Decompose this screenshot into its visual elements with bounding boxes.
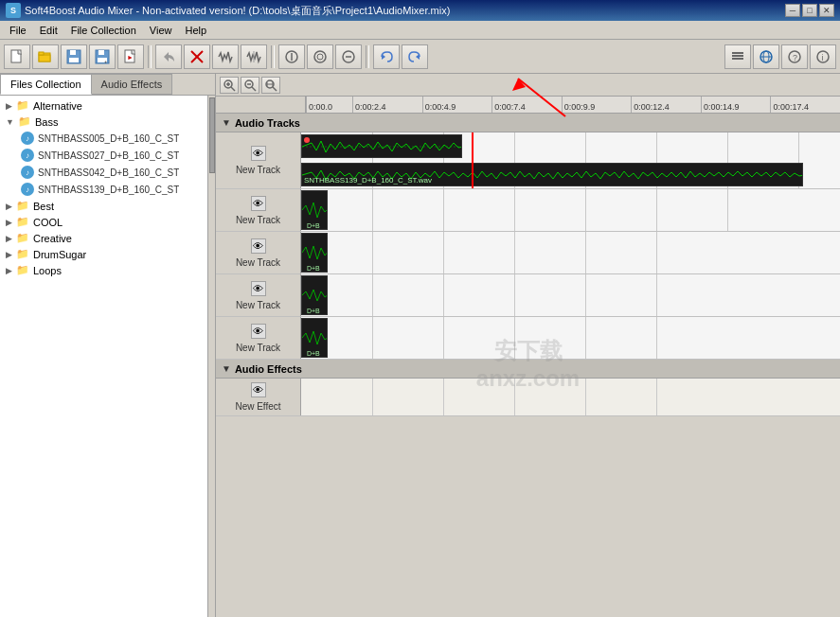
file-label: SNTHBASS005_D+B_160_C_ST bbox=[38, 133, 179, 144]
save-button[interactable] bbox=[61, 44, 87, 69]
audio-tracks-label: Audio Tracks bbox=[235, 117, 300, 129]
effect-content-1[interactable] bbox=[301, 379, 840, 415]
menu-file[interactable]: File bbox=[4, 24, 32, 37]
svg-marker-23 bbox=[416, 54, 420, 60]
track-name-5: New Track bbox=[236, 343, 280, 353]
svg-rect-25 bbox=[732, 58, 743, 60]
track-eye-2[interactable]: 👁 bbox=[251, 196, 266, 211]
effects-button[interactable] bbox=[307, 44, 333, 69]
timeline-toolbar bbox=[216, 74, 840, 97]
export-button[interactable]: ► bbox=[117, 44, 144, 69]
info-button[interactable]: i bbox=[810, 44, 836, 69]
ruler-time-5: 0:00:12.4 bbox=[631, 97, 701, 113]
svg-line-35 bbox=[231, 87, 235, 91]
track-content-3[interactable]: _D+B_ bbox=[301, 232, 840, 273]
normalize-button[interactable] bbox=[335, 44, 362, 69]
add-track-button[interactable] bbox=[278, 44, 305, 69]
folder-icon: 📁 bbox=[16, 99, 29, 112]
track-content-2[interactable]: _D+B_ bbox=[301, 189, 840, 231]
svg-rect-3 bbox=[39, 52, 44, 55]
main-toolbar: + ► ? i bbox=[0, 40, 840, 74]
close-button[interactable]: ✕ bbox=[819, 4, 834, 17]
undo-button[interactable] bbox=[373, 44, 400, 69]
delete-button[interactable] bbox=[184, 44, 210, 69]
tab-audio-effects[interactable]: Audio Effects bbox=[91, 74, 173, 95]
track-content-5[interactable]: _D+B_ bbox=[301, 317, 840, 359]
maximize-button[interactable]: □ bbox=[802, 4, 817, 17]
track-content-4[interactable]: _D+B_ bbox=[301, 274, 840, 316]
zoom-out-button[interactable] bbox=[241, 77, 259, 94]
folder-label: Alternative bbox=[33, 100, 82, 112]
menu-file-collection[interactable]: File Collection bbox=[65, 24, 142, 37]
zoom-fit-button[interactable] bbox=[261, 77, 280, 94]
effect-eye-1[interactable]: 👁 bbox=[251, 382, 266, 397]
file-audio-icon: ♪ bbox=[21, 183, 34, 196]
effect-row-1: 👁 New Effect bbox=[216, 379, 840, 416]
menu-view[interactable]: View bbox=[144, 24, 178, 37]
ruler-time-1: 0:00:2.4 bbox=[352, 97, 422, 113]
track-eye-4[interactable]: 👁 bbox=[251, 281, 266, 296]
tree-file-bass3[interactable]: ♪ SNTHBASS042_D+B_160_C_ST bbox=[2, 164, 206, 181]
ruler-time-4: 0:00:9.9 bbox=[562, 97, 632, 113]
svg-point-19 bbox=[317, 54, 323, 60]
track-name-4: New Track bbox=[236, 300, 280, 310]
window-controls: ─ □ ✕ bbox=[785, 4, 834, 17]
track-row-5: 👁 New Track _D+B_ bbox=[216, 317, 840, 360]
tree-folder-alternative[interactable]: ▶ 📁 Alternative bbox=[2, 97, 206, 114]
tree-folder-best[interactable]: ▶ 📁 Best bbox=[2, 198, 206, 214]
svg-rect-2 bbox=[39, 55, 50, 62]
redo-button[interactable] bbox=[402, 44, 428, 69]
wave2-button[interactable] bbox=[241, 44, 267, 69]
track-dot-red bbox=[304, 137, 310, 143]
cut-undo-button[interactable] bbox=[155, 44, 182, 69]
track-eye-1[interactable]: 👁 bbox=[251, 146, 266, 161]
app-icon: S bbox=[6, 3, 21, 18]
svg-rect-24 bbox=[732, 55, 743, 57]
wave-button[interactable] bbox=[212, 44, 239, 69]
folder-expand-icon: ▶ bbox=[6, 101, 12, 111]
tab-files-collection[interactable]: Files Collection bbox=[0, 74, 92, 95]
network-button[interactable] bbox=[753, 44, 779, 69]
waveform-2: _D+B_ bbox=[301, 190, 328, 230]
menu-edit[interactable]: Edit bbox=[34, 24, 63, 37]
tree-folder-drumsugar[interactable]: ▶ 📁 DrumSugar bbox=[2, 246, 206, 262]
timeline-scroll[interactable]: 安下载 anxz.com ▼ Audio Tracks 👁 New Track bbox=[216, 114, 840, 617]
help-button[interactable]: ? bbox=[781, 44, 808, 69]
svg-rect-6 bbox=[69, 58, 79, 62]
save-as-button[interactable]: + bbox=[89, 44, 116, 69]
track-eye-5[interactable]: 👁 bbox=[251, 324, 266, 339]
track-content-1[interactable]: SNTHBASS139_D+B_160_C_ST.wav bbox=[301, 132, 840, 188]
folder-icon: 📁 bbox=[16, 232, 29, 244]
open-button[interactable] bbox=[32, 44, 59, 69]
track-label-2: 👁 New Track bbox=[216, 189, 301, 231]
file-audio-icon: ♪ bbox=[21, 149, 34, 162]
track-row-4: 👁 New Track _D+B_ bbox=[216, 274, 840, 317]
title-bar: S Soft4Boost Audio Mixer - Non-activated… bbox=[0, 0, 840, 21]
tree-folder-creative[interactable]: ▶ 📁 Creative bbox=[2, 230, 206, 246]
file-audio-icon: ♪ bbox=[21, 166, 34, 179]
tree-file-bass1[interactable]: ♪ SNTHBASS005_D+B_160_C_ST bbox=[2, 130, 206, 147]
tree-folder-loops[interactable]: ▶ 📁 Loops bbox=[2, 262, 206, 278]
new-button[interactable] bbox=[4, 44, 30, 69]
window-title: Soft4Boost Audio Mixer - Non-activated v… bbox=[25, 4, 450, 18]
zoom-in-button[interactable] bbox=[220, 77, 239, 94]
left-scroll-thumb[interactable] bbox=[209, 97, 215, 173]
waveform-top-1 bbox=[301, 134, 462, 158]
tree-file-bass4[interactable]: ♪ SNTHBASS139_D+B_160_C_ST bbox=[2, 181, 206, 198]
tools-button[interactable] bbox=[724, 44, 751, 69]
ruler-times: 0:00.0 0:00:2.4 0:00:4.9 0:00:7.4 0:00:9… bbox=[306, 97, 840, 113]
minimize-button[interactable]: ─ bbox=[785, 4, 800, 17]
audio-tracks-collapse-icon[interactable]: ▼ bbox=[222, 117, 231, 128]
svg-text:+: + bbox=[104, 59, 108, 64]
menu-help[interactable]: Help bbox=[179, 24, 212, 37]
left-scrollbar[interactable] bbox=[207, 96, 215, 617]
ruler-time-3: 0:00:7.4 bbox=[491, 97, 562, 113]
tree-file-bass2[interactable]: ♪ SNTHBASS027_D+B_160_C_ST bbox=[2, 147, 206, 164]
audio-effects-collapse-icon[interactable]: ▼ bbox=[222, 363, 231, 374]
track-label-5: 👁 New Track bbox=[216, 317, 301, 359]
track-eye-3[interactable]: 👁 bbox=[251, 238, 266, 254]
tree-folder-cool[interactable]: ▶ 📁 COOL bbox=[2, 214, 206, 230]
folder-expand-icon: ▶ bbox=[6, 250, 12, 259]
tree-folder-bass[interactable]: ▼ 📁 Bass bbox=[2, 114, 206, 130]
folder-label: DrumSugar bbox=[33, 249, 86, 260]
